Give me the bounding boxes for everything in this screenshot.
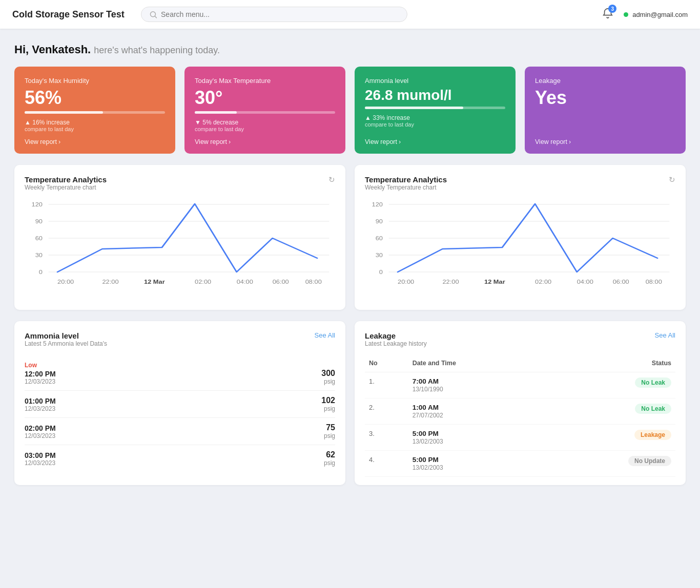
svg-text:08:00: 08:00 — [646, 278, 662, 285]
ammonia-panel-subtitle: Latest 5 Ammonia level Data's — [25, 340, 107, 347]
table-row: 3. 5:00 PM 13/02/2003 Leakage — [365, 424, 675, 450]
search-input[interactable] — [161, 10, 399, 18]
leakage-value: Yes — [535, 88, 675, 108]
stat-card-temperature: Today's Max Temperature 30° ▼ 5% decreas… — [184, 67, 345, 154]
stat-cards: Today's Max Humidity 56% ▲ 16% increase … — [14, 67, 686, 154]
ammonia-view-report[interactable]: View report › — [365, 138, 505, 145]
list-item: Low 12:00 PM 12/03/2023 300 psig — [25, 356, 335, 391]
svg-text:22:00: 22:00 — [102, 278, 119, 285]
table-row: 1. 7:00 AM 13/10/1990 No Leak — [365, 372, 675, 398]
online-dot — [624, 12, 628, 17]
leakage-panel-header: Leakage Latest Leakage history See All — [365, 331, 675, 355]
col-status: Status — [543, 356, 675, 372]
chevron-right-icon: › — [58, 138, 60, 145]
row-status-2: Leakage — [543, 424, 675, 450]
ammonia-date-0: 12/03/2023 — [25, 378, 56, 385]
chart-area-left: 120 90 60 30 0 20:00 22:00 12 Mar 02:00 … — [25, 199, 335, 302]
temperature-progress-fill — [195, 111, 237, 114]
svg-text:02:00: 02:00 — [195, 278, 211, 285]
svg-text:04:00: 04:00 — [577, 278, 593, 285]
notif-badge: 3 — [608, 5, 616, 13]
svg-text:90: 90 — [35, 218, 43, 224]
ammonia-progress-bar — [365, 107, 505, 109]
humidity-value: 56% — [25, 88, 165, 108]
admin-email: admin@gmail.com — [632, 11, 688, 18]
humidity-change-sub: compare to last day — [25, 126, 165, 132]
row-no-1: 2. — [365, 398, 408, 424]
humidity-view-report[interactable]: View report › — [25, 138, 165, 145]
row-datetime-0: 7:00 AM 13/10/1990 — [408, 372, 543, 398]
leakage-panel: Leakage Latest Leakage history See All N… — [355, 321, 686, 485]
ammonia-list: Low 12:00 PM 12/03/2023 300 psig 01:00 P… — [25, 356, 335, 472]
header: Cold Storage Sensor Test 3 admin@gmail.c… — [0, 0, 700, 29]
ammonia-panel: Ammonia level Latest 5 Ammonia level Dat… — [14, 321, 345, 485]
svg-text:120: 120 — [372, 201, 383, 207]
svg-text:06:00: 06:00 — [273, 278, 289, 285]
refresh-icon-left[interactable]: ↻ — [328, 175, 335, 184]
row-status-3: No Update — [543, 450, 675, 476]
status-badge-noupdate: No Update — [628, 456, 671, 466]
row-status-1: No Leak — [543, 398, 675, 424]
humidity-progress-bar — [25, 111, 165, 114]
stat-card-humidity: Today's Max Humidity 56% ▲ 16% increase … — [14, 67, 175, 154]
chart-card-right: Temperature Analytics Weekly Temperature… — [355, 165, 686, 310]
svg-text:02:00: 02:00 — [535, 278, 551, 285]
ammonia-low-badge: Low — [25, 362, 56, 369]
chart-header-left: Temperature Analytics Weekly Temperature… — [25, 175, 335, 197]
svg-line-1 — [155, 16, 156, 17]
svg-text:08:00: 08:00 — [305, 278, 322, 285]
temperature-label: Today's Max Temperature — [195, 77, 335, 85]
temperature-change: ▼ 5% decrease — [195, 119, 335, 126]
svg-text:60: 60 — [35, 235, 43, 241]
ammonia-time-0: 12:00 PM — [25, 370, 56, 378]
svg-text:20:00: 20:00 — [57, 278, 74, 285]
chevron-right-icon: › — [569, 138, 571, 145]
greeting: Hi, Venkatesh. here's what's happening t… — [14, 43, 686, 56]
main-content: Hi, Venkatesh. here's what's happening t… — [0, 29, 700, 501]
row-status-0: No Leak — [543, 372, 675, 398]
svg-text:12 Mar: 12 Mar — [144, 278, 165, 285]
row-datetime-1: 1:00 AM 27/07/2002 — [408, 398, 543, 424]
row-no-2: 3. — [365, 424, 408, 450]
stat-card-ammonia: Ammonia level 26.8 mumol/l ▲ 33% increas… — [355, 67, 516, 154]
ammonia-val-2: 75 psig — [324, 423, 335, 439]
humidity-progress-fill — [25, 111, 103, 114]
chart-area-right: 120 90 60 30 0 20:00 22:00 12 Mar 02:00 … — [365, 199, 675, 302]
ammonia-date-1: 12/03/2023 — [25, 405, 56, 412]
notification-bell[interactable]: 3 — [602, 8, 613, 21]
chevron-right-icon: › — [229, 138, 231, 145]
temperature-change-sub: compare to last day — [195, 126, 335, 132]
list-item: 03:00 PM 12/03/2023 62 psig — [25, 445, 335, 472]
chart-subtitle-right: Weekly Temperature chart — [365, 184, 447, 191]
temperature-view-report[interactable]: View report › — [195, 138, 335, 145]
ammonia-time-3: 03:00 PM — [25, 451, 56, 459]
svg-text:120: 120 — [32, 201, 43, 207]
admin-info: admin@gmail.com — [624, 11, 688, 18]
chart-title-left: Temperature Analytics — [25, 175, 107, 184]
svg-text:12 Mar: 12 Mar — [484, 278, 505, 285]
list-item: 02:00 PM 12/03/2023 75 psig — [25, 418, 335, 445]
leakage-view-report[interactable]: View report › — [535, 138, 675, 145]
ammonia-see-all[interactable]: See All — [315, 331, 335, 339]
row-datetime-3: 5:00 PM 13/02/2003 — [408, 450, 543, 476]
ammonia-val-1: 102 psig — [321, 396, 335, 412]
ammonia-date-2: 12/03/2023 — [25, 432, 56, 439]
svg-text:30: 30 — [376, 251, 383, 258]
row-no-0: 1. — [365, 372, 408, 398]
leakage-see-all[interactable]: See All — [655, 331, 675, 339]
ammonia-label: Ammonia level — [365, 77, 505, 85]
charts-row: Temperature Analytics Weekly Temperature… — [14, 165, 686, 310]
ammonia-change-sub: compare to last day — [365, 121, 505, 128]
bottom-row: Ammonia level Latest 5 Ammonia level Dat… — [14, 321, 686, 485]
ammonia-change: ▲ 33% increase — [365, 114, 505, 121]
ammonia-date-3: 12/03/2023 — [25, 459, 56, 467]
ammonia-time-2: 02:00 PM — [25, 424, 56, 432]
list-item: 01:00 PM 12/03/2023 102 psig — [25, 391, 335, 418]
greeting-name: Hi, Venkatesh. — [14, 43, 91, 56]
row-no-3: 4. — [365, 450, 408, 476]
search-bar[interactable] — [141, 7, 407, 22]
status-badge-leakage: Leakage — [634, 430, 671, 440]
col-no: No — [365, 356, 408, 372]
status-badge-noleak: No Leak — [635, 377, 671, 388]
refresh-icon-right[interactable]: ↻ — [669, 175, 675, 184]
